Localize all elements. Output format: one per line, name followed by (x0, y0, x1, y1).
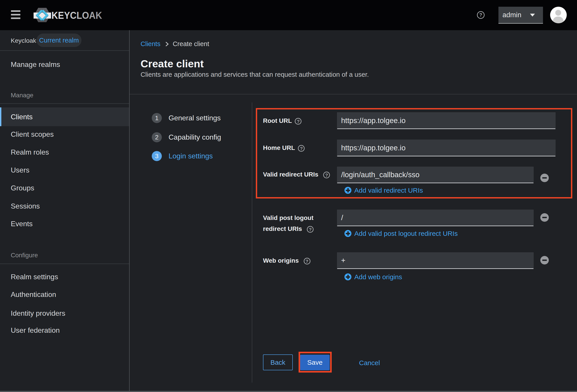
svg-text:KEYCLOAK: KEYCLOAK (51, 10, 102, 21)
